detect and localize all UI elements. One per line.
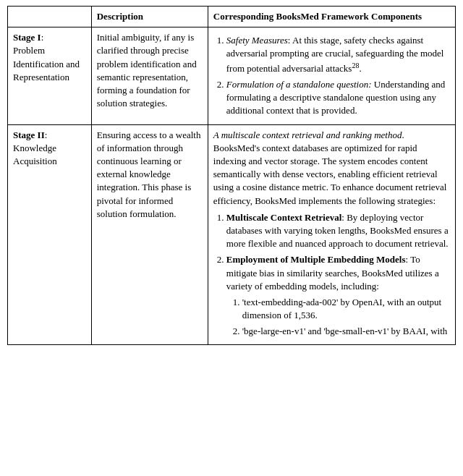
list-item: Multiscale Context Retrieval: By deployi… (226, 211, 450, 251)
list-item: 'text-embedding-ada-002' by OpenAI, with… (242, 296, 450, 322)
description-cell-1: Initial ambiguity, if any is clarified t… (91, 27, 208, 124)
header-description: Description (91, 7, 208, 27)
header-stage (8, 7, 92, 27)
header-row: Description Corresponding BooksMed Frame… (8, 7, 456, 27)
list-item: Employment of Multiple Embedding Models:… (226, 253, 450, 338)
stage-cell-2: Stage II:KnowledgeAcquisition (8, 124, 92, 345)
stage-cell-1: Stage I:ProblemIdentification andReprese… (8, 27, 92, 124)
framework-intro: A multiscale context retrieval and ranki… (213, 129, 450, 208)
framework-cell-2: A multiscale context retrieval and ranki… (208, 124, 455, 345)
framework-cell-1: Safety Measures: At this stage, safety c… (208, 27, 455, 124)
list-item: 'bge-large-en-v1' and 'bge-small-en-v1' … (242, 325, 450, 338)
description-cell-2: Ensuring access to a wealth of informati… (91, 124, 208, 345)
framework-table: Description Corresponding BooksMed Frame… (7, 6, 456, 345)
header-framework: Corresponding BooksMed Framework Compone… (208, 7, 455, 27)
table-row: Stage I:ProblemIdentification andReprese… (8, 27, 456, 124)
main-wrapper: Description Corresponding BooksMed Frame… (0, 0, 463, 351)
table-row: Stage II:KnowledgeAcquisitionEnsuring ac… (8, 124, 456, 345)
